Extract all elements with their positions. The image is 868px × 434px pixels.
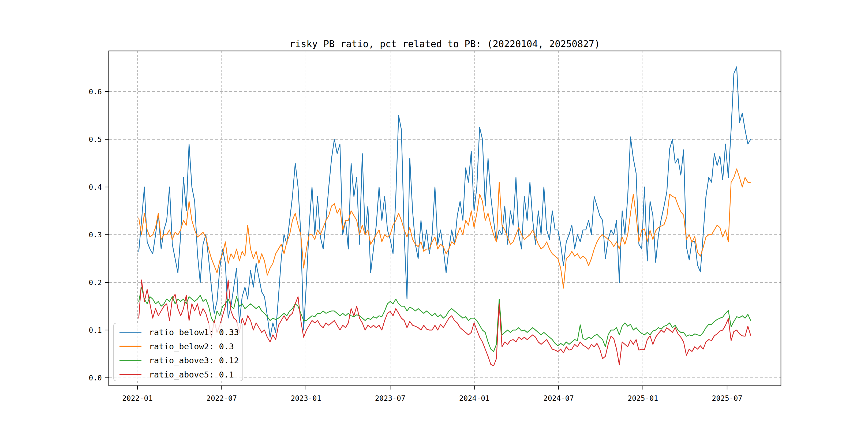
series-layer: [139, 67, 751, 366]
legend-label-ratio_below2: ratio_below2: 0.3: [149, 342, 234, 351]
y-axis-tick-label: 0.3: [89, 231, 102, 239]
legend-label-ratio_below1: ratio_below1: 0.33: [149, 328, 239, 337]
chart-svg: 0.00.10.20.30.40.50.62022-012022-072023-…: [0, 0, 868, 434]
x-axis-tick-label: 2025-01: [628, 394, 658, 402]
x-axis-tick-label: 2024-07: [543, 394, 574, 402]
y-axis-tick-label: 0.2: [89, 278, 102, 287]
x-axis-tick-label: 2022-01: [122, 394, 153, 402]
chart-title: risky PB ratio, pct related to PB: (2022…: [289, 38, 600, 49]
y-axis-tick-label: 0.6: [89, 88, 102, 96]
series-line-ratio_below1: [139, 67, 751, 337]
x-axis-tick-label: 2023-01: [291, 394, 321, 402]
x-axis-tick-label: 2023-07: [375, 394, 405, 402]
legend-label-ratio_above3: ratio_above3: 0.12: [149, 355, 239, 365]
legend-label-ratio_above5: ratio_above5: 0.1: [149, 370, 234, 380]
legend: ratio_below1: 0.33ratio_below2: 0.3ratio…: [114, 323, 243, 381]
x-axis-tick-label: 2025-07: [712, 394, 742, 402]
figure-canvas: 0.00.10.20.30.40.50.62022-012022-072023-…: [0, 0, 868, 434]
x-axis-tick-label: 2022-07: [207, 394, 237, 402]
y-axis-tick-label: 0.4: [89, 183, 102, 191]
y-axis-tick-label: 0.5: [89, 135, 102, 144]
y-axis-tick-label: 0.0: [89, 374, 102, 382]
x-axis-tick-label: 2024-01: [459, 394, 490, 402]
y-axis-tick-label: 0.1: [89, 326, 102, 334]
